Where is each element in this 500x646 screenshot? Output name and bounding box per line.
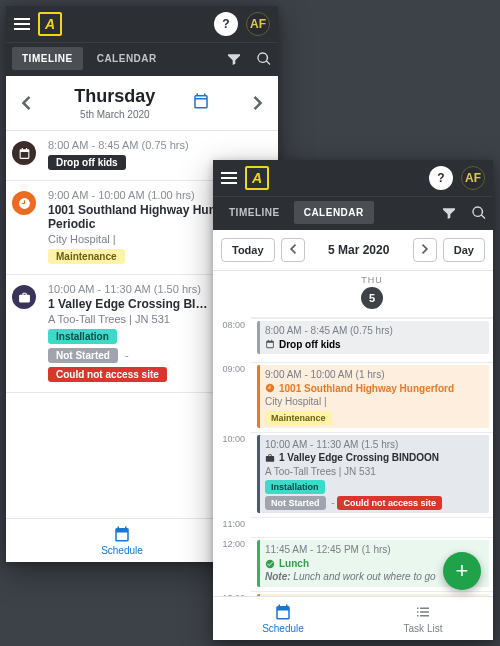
- hour-label: 13:00: [213, 591, 251, 596]
- add-fab-button[interactable]: +: [443, 552, 481, 590]
- job-type-icon: [12, 191, 36, 215]
- bottom-nav: Schedule Task List: [213, 596, 493, 640]
- clock-icon: [265, 383, 275, 393]
- view-tabs: TIMELINE CALENDAR: [213, 197, 493, 230]
- list-icon: [414, 603, 432, 621]
- tab-calendar[interactable]: CALENDAR: [87, 47, 167, 70]
- note-text: Lunch and work out where to go: [293, 571, 435, 582]
- event-title-pill: Drop off kids: [48, 155, 126, 170]
- calendar-icon: [274, 603, 292, 621]
- calendar-event[interactable]: 8:00 AM - 8:45 AM (0.75 hrs) Drop off ki…: [257, 321, 489, 354]
- event-type-icon: [12, 141, 36, 165]
- search-icon[interactable]: [256, 51, 272, 67]
- filter-icon[interactable]: [441, 205, 457, 221]
- tag-installation: Installation: [265, 480, 325, 494]
- current-date: 5 Mar 2020: [311, 243, 407, 257]
- bottom-nav-label: Schedule: [262, 623, 304, 634]
- event-time: 8:00 AM - 8:45 AM (0.75 hrs): [48, 139, 272, 151]
- bottom-nav-schedule[interactable]: Schedule: [213, 597, 353, 640]
- today-button[interactable]: Today: [221, 238, 275, 262]
- event-title: Drop off kids: [279, 338, 341, 352]
- note-label: Note:: [265, 571, 291, 582]
- menu-icon[interactable]: [14, 18, 30, 30]
- tab-timeline[interactable]: TIMELINE: [12, 47, 83, 70]
- hour-label: 12:00: [213, 537, 251, 591]
- prev-day-button[interactable]: [14, 91, 38, 115]
- calendar-controls: Today 5 Mar 2020 Day: [213, 230, 493, 271]
- day-column-header: THU 5: [251, 271, 493, 318]
- event-title: 1 Valley Edge Crossing BINDOON: [279, 451, 439, 465]
- next-day-button[interactable]: [246, 91, 270, 115]
- job-type-icon: [12, 285, 36, 309]
- help-icon[interactable]: ?: [429, 166, 453, 190]
- check-circle-icon: [265, 559, 275, 569]
- date-string: 5th March 2020: [74, 109, 155, 120]
- briefcase-icon: [265, 453, 275, 463]
- bottom-nav-tasklist[interactable]: Task List: [353, 597, 493, 640]
- calendar-picker-icon[interactable]: [192, 92, 210, 114]
- hour-label: 09:00: [213, 362, 251, 432]
- bottom-nav-schedule[interactable]: Schedule: [6, 519, 238, 562]
- event-client: A Too-Tall Trees | JN 531: [265, 465, 484, 479]
- tag-status: Not Started: [265, 496, 326, 510]
- event-title: Lunch: [279, 557, 309, 571]
- calendar-event[interactable]: 10:00 AM - 11:30 AM (1.5 hrs) 1 Valley E…: [257, 435, 489, 514]
- event-client: City Hospital |: [265, 395, 484, 409]
- calendar-event[interactable]: 9:00 AM - 10:00 AM (1 hrs) 1001 Southlan…: [257, 365, 489, 428]
- event-time: 9:00 AM - 10:00 AM (1 hrs): [265, 368, 484, 382]
- search-icon[interactable]: [471, 205, 487, 221]
- app-logo: A: [38, 12, 62, 36]
- event-time: 8:00 AM - 8:45 AM (0.75 hrs): [265, 324, 484, 338]
- tag-maintenance: Maintenance: [48, 249, 125, 264]
- tab-timeline[interactable]: TIMELINE: [219, 201, 290, 224]
- event-title: 1001 Southland Highway Hungerford: [279, 382, 454, 396]
- event-time: 10:00 AM - 11:30 AM (1.5 hrs): [265, 438, 484, 452]
- tab-calendar[interactable]: CALENDAR: [294, 201, 374, 224]
- hour-label: 11:00: [213, 517, 251, 537]
- top-app-bar: A ? AF: [6, 6, 278, 43]
- view-tabs: TIMELINE CALENDAR: [6, 43, 278, 76]
- day-of-week: Thursday: [74, 86, 155, 107]
- date-header: Thursday 5th March 2020: [6, 76, 278, 131]
- tag-issue: Could not access site: [337, 496, 442, 510]
- hour-label: 08:00: [213, 318, 251, 362]
- calendar-icon: [265, 339, 275, 349]
- calendar-event[interactable]: 1:00 PM - 2:30 PM (1.5 hrs): [257, 594, 489, 596]
- help-icon[interactable]: ?: [214, 12, 238, 36]
- top-app-bar: A ? AF: [213, 160, 493, 197]
- app-logo: A: [245, 166, 269, 190]
- bottom-nav-label: Task List: [404, 623, 443, 634]
- calendar-icon: [113, 525, 131, 543]
- avatar[interactable]: AF: [461, 166, 485, 190]
- avatar[interactable]: AF: [246, 12, 270, 36]
- prev-button[interactable]: [281, 238, 305, 262]
- tag-installation: Installation: [48, 329, 117, 344]
- tag-issue: Could not access site: [48, 367, 167, 382]
- phone-calendar: A ? AF TIMELINE CALENDAR Today 5 Mar 202…: [213, 160, 493, 640]
- filter-icon[interactable]: [226, 51, 242, 67]
- tag-status: Not Started: [48, 348, 118, 363]
- menu-icon[interactable]: [221, 172, 237, 184]
- day-abbrev: THU: [361, 275, 383, 285]
- bottom-nav-label: Schedule: [101, 545, 143, 556]
- view-mode-day-button[interactable]: Day: [443, 238, 485, 262]
- hour-label: 10:00: [213, 432, 251, 518]
- day-number: 5: [361, 287, 383, 309]
- tag-maintenance: Maintenance: [265, 411, 332, 425]
- next-button[interactable]: [413, 238, 437, 262]
